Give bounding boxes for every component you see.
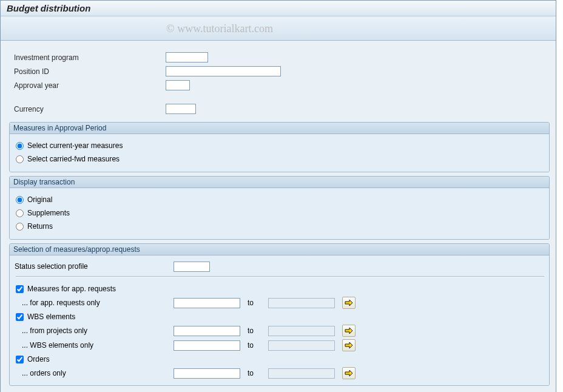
check-wbs-elements-label: WBS elements [27, 313, 75, 321]
radio-supplements-label: Supplements [27, 209, 70, 217]
radio-supplements-input[interactable] [16, 209, 24, 217]
wbs-elements-only-label: ... WBS elements only [15, 341, 174, 350]
check-orders-input[interactable] [16, 356, 24, 363]
approval-year-input[interactable] [166, 80, 190, 90]
from-projects-only-from-input[interactable] [174, 326, 240, 336]
watermark-text: © www.tutorialkart.com [166, 22, 273, 35]
to-label: to [240, 341, 268, 350]
radio-returns[interactable]: Returns [15, 220, 545, 233]
check-wbs-elements[interactable]: WBS elements [15, 310, 545, 323]
check-orders[interactable]: Orders [15, 353, 545, 366]
check-wbs-elements-input[interactable] [16, 313, 24, 321]
orders-only-label: ... orders only [15, 369, 174, 377]
currency-label: Currency [14, 105, 166, 113]
to-label: to [240, 299, 268, 307]
multiple-selection-button[interactable] [342, 367, 356, 379]
radio-returns-label: Returns [27, 222, 53, 231]
check-measures-app-requests-input[interactable] [16, 285, 24, 293]
wbs-elements-only-from-input[interactable] [174, 340, 240, 351]
check-measures-app-requests-label: Measures for app. requests [27, 285, 116, 293]
group-selection-measures: Selection of measures/approp.requests St… [9, 243, 550, 386]
radio-original[interactable]: Original [15, 193, 545, 206]
position-id-input[interactable] [166, 66, 281, 76]
radio-returns-input[interactable] [16, 223, 24, 231]
app-requests-only-label: ... for app. requests only [15, 299, 174, 307]
radio-carried-fwd[interactable]: Select carried-fwd measures [15, 152, 545, 166]
multiple-selection-button[interactable] [342, 325, 356, 337]
app-requests-only-from-input[interactable] [174, 298, 240, 308]
radio-original-label: Original [27, 195, 52, 204]
status-selection-profile-label: Status selection profile [15, 262, 174, 271]
wbs-elements-only-to-input[interactable] [268, 340, 335, 351]
radio-carried-fwd-label: Select carried-fwd measures [27, 155, 120, 163]
content-area: Investment program Position ID Approval … [1, 41, 556, 392]
approval-year-label: Approval year [14, 81, 166, 90]
position-id-label: Position ID [14, 67, 166, 76]
investment-program-label: Investment program [14, 53, 166, 62]
radio-current-year-input[interactable] [16, 142, 24, 150]
radio-current-year[interactable]: Select current-year measures [15, 139, 545, 152]
app-requests-only-to-input[interactable] [268, 298, 335, 308]
radio-original-input[interactable] [16, 196, 24, 204]
arrow-right-icon [345, 370, 353, 377]
group-display-transaction-title: Display transaction [10, 177, 549, 188]
arrow-right-icon [345, 342, 353, 349]
multiple-selection-button[interactable] [342, 339, 356, 351]
radio-supplements[interactable]: Supplements [15, 206, 545, 220]
arrow-right-icon [345, 327, 353, 334]
arrow-right-icon [345, 299, 353, 306]
divider [16, 276, 544, 277]
investment-program-input[interactable] [166, 52, 208, 63]
currency-input[interactable] [166, 104, 196, 114]
check-orders-label: Orders [27, 355, 50, 363]
group-measures-approval-title: Measures in Approval Period [10, 123, 549, 134]
check-measures-app-requests[interactable]: Measures for app. requests [15, 282, 545, 296]
radio-carried-fwd-input[interactable] [16, 155, 24, 163]
group-selection-measures-title: Selection of measures/approp.requests [10, 244, 549, 255]
multiple-selection-button[interactable] [342, 297, 356, 309]
group-measures-approval: Measures in Approval Period Select curre… [9, 122, 550, 172]
header-fields: Investment program Position ID Approval … [1, 47, 556, 120]
to-label: to [240, 326, 268, 335]
orders-only-from-input[interactable] [174, 368, 240, 379]
from-projects-only-label: ... from projects only [15, 326, 174, 335]
status-selection-profile-input[interactable] [174, 262, 210, 272]
page-title: Budget distribution [1, 1, 556, 16]
group-display-transaction: Display transaction Original Supplements… [9, 176, 550, 240]
radio-current-year-label: Select current-year measures [27, 141, 123, 150]
toolbar: © www.tutorialkart.com [1, 16, 556, 41]
from-projects-only-to-input[interactable] [268, 326, 335, 336]
to-label: to [240, 369, 268, 377]
sap-screen: Budget distribution © www.tutorialkart.c… [0, 0, 556, 392]
orders-only-to-input[interactable] [268, 368, 335, 379]
